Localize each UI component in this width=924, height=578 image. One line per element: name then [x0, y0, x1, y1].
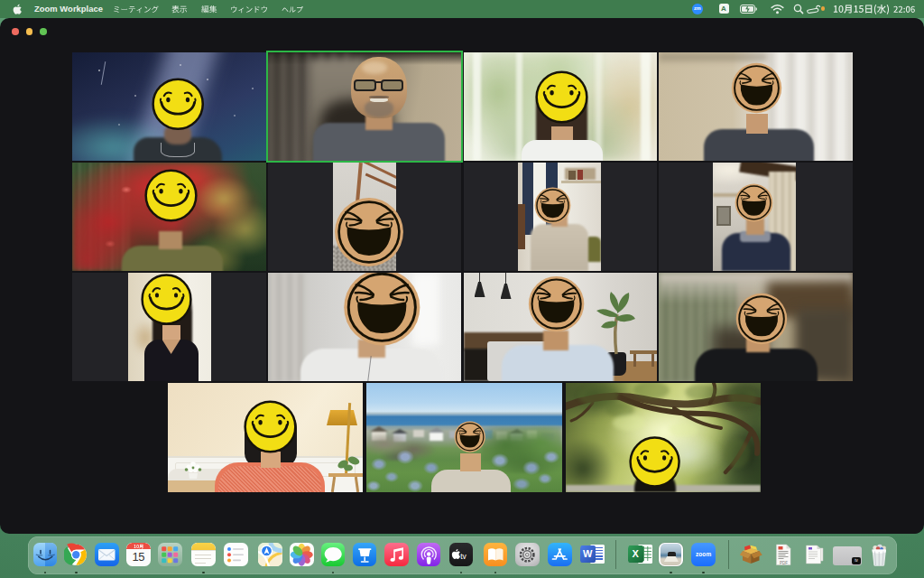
svg-text:PDF: PDF [780, 560, 788, 564]
svg-text:tv: tv [460, 551, 467, 560]
